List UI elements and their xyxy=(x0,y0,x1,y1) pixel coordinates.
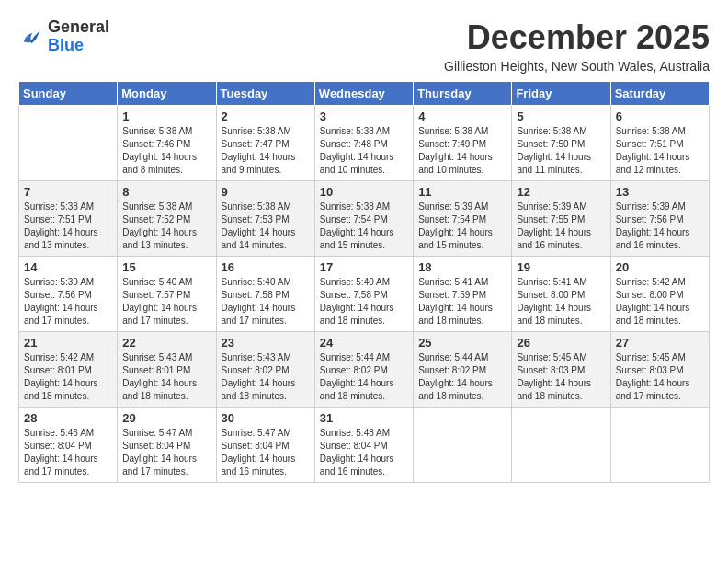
day-number: 17 xyxy=(320,260,408,274)
calendar-cell: 28Sunrise: 5:46 AMSunset: 8:04 PMDayligh… xyxy=(19,408,118,483)
title-block: December 2025 Gillieston Heights, New So… xyxy=(444,18,710,74)
cell-info: Sunrise: 5:38 AMSunset: 7:50 PMDaylight:… xyxy=(517,125,605,177)
cell-info: Sunrise: 5:45 AMSunset: 8:03 PMDaylight:… xyxy=(616,351,704,403)
calendar-cell: 5Sunrise: 5:38 AMSunset: 7:50 PMDaylight… xyxy=(512,106,610,181)
day-number: 5 xyxy=(517,109,605,123)
calendar-cell: 31Sunrise: 5:48 AMSunset: 8:04 PMDayligh… xyxy=(314,408,413,483)
cell-info: Sunrise: 5:42 AMSunset: 8:00 PMDaylight:… xyxy=(616,276,704,327)
cell-info: Sunrise: 5:39 AMSunset: 7:55 PMDaylight:… xyxy=(517,201,605,252)
calendar-week-row: 14Sunrise: 5:39 AMSunset: 7:56 PMDayligh… xyxy=(19,257,710,332)
calendar-header-row: SundayMondayTuesdayWednesdayThursdayFrid… xyxy=(19,82,710,106)
day-number: 19 xyxy=(517,260,605,274)
day-number: 1 xyxy=(122,109,210,123)
cell-info: Sunrise: 5:38 AMSunset: 7:48 PMDaylight:… xyxy=(320,125,408,177)
calendar-cell: 3Sunrise: 5:38 AMSunset: 7:48 PMDaylight… xyxy=(314,106,413,181)
calendar-header-sunday: Sunday xyxy=(19,82,118,106)
calendar-week-row: 21Sunrise: 5:42 AMSunset: 8:01 PMDayligh… xyxy=(19,332,710,408)
page-header: General Blue December 2025 Gillieston He… xyxy=(18,18,710,74)
calendar-header-tuesday: Tuesday xyxy=(216,82,314,106)
day-number: 3 xyxy=(320,109,408,123)
calendar-cell: 2Sunrise: 5:38 AMSunset: 7:47 PMDaylight… xyxy=(216,106,314,181)
calendar-cell: 25Sunrise: 5:44 AMSunset: 8:02 PMDayligh… xyxy=(414,332,512,408)
calendar-cell: 12Sunrise: 5:39 AMSunset: 7:55 PMDayligh… xyxy=(512,181,610,257)
cell-info: Sunrise: 5:38 AMSunset: 7:51 PMDaylight:… xyxy=(616,125,704,177)
cell-info: Sunrise: 5:40 AMSunset: 7:58 PMDaylight:… xyxy=(222,276,310,327)
cell-info: Sunrise: 5:40 AMSunset: 7:57 PMDaylight:… xyxy=(122,276,210,327)
cell-info: Sunrise: 5:43 AMSunset: 8:02 PMDaylight:… xyxy=(222,351,310,403)
cell-info: Sunrise: 5:41 AMSunset: 7:59 PMDaylight:… xyxy=(418,276,506,327)
cell-info: Sunrise: 5:39 AMSunset: 7:56 PMDaylight:… xyxy=(616,201,704,252)
calendar-cell: 27Sunrise: 5:45 AMSunset: 8:03 PMDayligh… xyxy=(610,332,709,408)
calendar-cell: 9Sunrise: 5:38 AMSunset: 7:53 PMDaylight… xyxy=(216,181,314,257)
month-title: December 2025 xyxy=(444,18,710,57)
day-number: 16 xyxy=(222,260,310,274)
calendar-header-thursday: Thursday xyxy=(414,82,512,106)
calendar-cell: 8Sunrise: 5:38 AMSunset: 7:52 PMDaylight… xyxy=(118,181,216,257)
calendar-cell: 15Sunrise: 5:40 AMSunset: 7:57 PMDayligh… xyxy=(118,257,216,332)
cell-info: Sunrise: 5:45 AMSunset: 8:03 PMDaylight:… xyxy=(517,351,605,403)
calendar-cell: 18Sunrise: 5:41 AMSunset: 7:59 PMDayligh… xyxy=(414,257,512,332)
calendar-cell xyxy=(610,408,709,483)
day-number: 25 xyxy=(418,336,506,350)
calendar-cell: 10Sunrise: 5:38 AMSunset: 7:54 PMDayligh… xyxy=(314,181,413,257)
logo-text: General Blue xyxy=(48,18,109,55)
day-number: 26 xyxy=(517,336,605,350)
calendar-header-saturday: Saturday xyxy=(610,82,709,106)
calendar-cell: 29Sunrise: 5:47 AMSunset: 8:04 PMDayligh… xyxy=(118,408,216,483)
logo: General Blue xyxy=(18,18,109,55)
cell-info: Sunrise: 5:44 AMSunset: 8:02 PMDaylight:… xyxy=(320,351,408,403)
day-number: 13 xyxy=(616,185,704,199)
calendar-cell xyxy=(414,408,512,483)
day-number: 29 xyxy=(122,411,210,425)
calendar-body: 1Sunrise: 5:38 AMSunset: 7:46 PMDaylight… xyxy=(19,106,710,483)
cell-info: Sunrise: 5:38 AMSunset: 7:49 PMDaylight:… xyxy=(418,125,506,177)
calendar-header-monday: Monday xyxy=(118,82,216,106)
cell-info: Sunrise: 5:38 AMSunset: 7:53 PMDaylight:… xyxy=(222,201,310,252)
day-number: 22 xyxy=(122,336,210,350)
day-number: 15 xyxy=(122,260,210,274)
calendar-cell: 20Sunrise: 5:42 AMSunset: 8:00 PMDayligh… xyxy=(610,257,709,332)
calendar-cell: 26Sunrise: 5:45 AMSunset: 8:03 PMDayligh… xyxy=(512,332,610,408)
day-number: 6 xyxy=(616,109,704,123)
calendar-cell: 4Sunrise: 5:38 AMSunset: 7:49 PMDaylight… xyxy=(414,106,512,181)
calendar-cell: 30Sunrise: 5:47 AMSunset: 8:04 PMDayligh… xyxy=(216,408,314,483)
calendar-cell: 22Sunrise: 5:43 AMSunset: 8:01 PMDayligh… xyxy=(118,332,216,408)
day-number: 8 xyxy=(122,185,210,199)
calendar-cell: 11Sunrise: 5:39 AMSunset: 7:54 PMDayligh… xyxy=(414,181,512,257)
calendar-cell: 17Sunrise: 5:40 AMSunset: 7:58 PMDayligh… xyxy=(314,257,413,332)
cell-info: Sunrise: 5:39 AMSunset: 7:54 PMDaylight:… xyxy=(418,201,506,252)
calendar-cell: 16Sunrise: 5:40 AMSunset: 7:58 PMDayligh… xyxy=(216,257,314,332)
calendar-header-friday: Friday xyxy=(512,82,610,106)
cell-info: Sunrise: 5:48 AMSunset: 8:04 PMDaylight:… xyxy=(320,427,408,478)
day-number: 21 xyxy=(24,336,112,350)
cell-info: Sunrise: 5:38 AMSunset: 7:52 PMDaylight:… xyxy=(122,201,210,252)
cell-info: Sunrise: 5:38 AMSunset: 7:46 PMDaylight:… xyxy=(122,125,210,177)
day-number: 11 xyxy=(418,185,506,199)
day-number: 9 xyxy=(222,185,310,199)
calendar-cell: 14Sunrise: 5:39 AMSunset: 7:56 PMDayligh… xyxy=(19,257,118,332)
day-number: 10 xyxy=(320,185,408,199)
calendar-cell: 19Sunrise: 5:41 AMSunset: 8:00 PMDayligh… xyxy=(512,257,610,332)
cell-info: Sunrise: 5:41 AMSunset: 8:00 PMDaylight:… xyxy=(517,276,605,327)
cell-info: Sunrise: 5:44 AMSunset: 8:02 PMDaylight:… xyxy=(418,351,506,403)
cell-info: Sunrise: 5:47 AMSunset: 8:04 PMDaylight:… xyxy=(122,427,210,478)
cell-info: Sunrise: 5:42 AMSunset: 8:01 PMDaylight:… xyxy=(24,351,112,403)
calendar-cell: 7Sunrise: 5:38 AMSunset: 7:51 PMDaylight… xyxy=(19,181,118,257)
day-number: 2 xyxy=(222,109,310,123)
cell-info: Sunrise: 5:38 AMSunset: 7:51 PMDaylight:… xyxy=(24,201,112,252)
day-number: 31 xyxy=(320,411,408,425)
day-number: 20 xyxy=(616,260,704,274)
calendar-table: SundayMondayTuesdayWednesdayThursdayFrid… xyxy=(18,81,710,483)
calendar-cell: 24Sunrise: 5:44 AMSunset: 8:02 PMDayligh… xyxy=(314,332,413,408)
calendar-cell: 6Sunrise: 5:38 AMSunset: 7:51 PMDaylight… xyxy=(610,106,709,181)
calendar-cell: 1Sunrise: 5:38 AMSunset: 7:46 PMDaylight… xyxy=(118,106,216,181)
calendar-week-row: 28Sunrise: 5:46 AMSunset: 8:04 PMDayligh… xyxy=(19,408,710,483)
cell-info: Sunrise: 5:40 AMSunset: 7:58 PMDaylight:… xyxy=(320,276,408,327)
day-number: 28 xyxy=(24,411,112,425)
day-number: 27 xyxy=(616,336,704,350)
calendar-cell: 23Sunrise: 5:43 AMSunset: 8:02 PMDayligh… xyxy=(216,332,314,408)
calendar-cell xyxy=(512,408,610,483)
calendar-cell xyxy=(19,106,118,181)
day-number: 7 xyxy=(24,185,112,199)
calendar-header-wednesday: Wednesday xyxy=(314,82,413,106)
